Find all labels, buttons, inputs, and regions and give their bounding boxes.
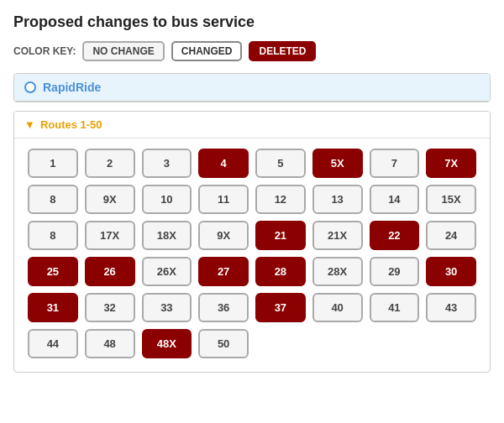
route-btn-1[interactable]: 1	[28, 149, 78, 178]
route-btn-8[interactable]: 8	[28, 221, 78, 250]
route-btn-48x[interactable]: 48X	[142, 329, 192, 358]
route-btn-29[interactable]: 29	[370, 257, 420, 286]
key-changed[interactable]: CHANGED	[171, 41, 243, 61]
route-btn-26x[interactable]: 26X	[142, 257, 192, 286]
route-btn-37[interactable]: 37	[255, 293, 306, 322]
route-btn-30[interactable]: 30	[426, 257, 476, 286]
route-btn-48[interactable]: 48	[85, 329, 135, 358]
route-btn-10[interactable]: 10	[142, 185, 192, 214]
route-btn-13[interactable]: 13	[312, 185, 363, 214]
route-btn-43[interactable]: 43	[426, 293, 476, 322]
route-btn-36[interactable]: 36	[198, 293, 249, 322]
route-btn-7x[interactable]: 7X	[426, 149, 476, 178]
route-btn-44[interactable]: 44	[28, 329, 78, 358]
route-btn-21x[interactable]: 21X	[312, 221, 363, 250]
route-btn-2[interactable]: 2	[85, 149, 135, 178]
route-btn-15x[interactable]: 15X	[426, 185, 476, 214]
route-btn-50[interactable]: 50	[198, 329, 249, 358]
route-btn-17x[interactable]: 17X	[85, 221, 135, 250]
color-key: COLOR KEY: NO CHANGE CHANGED DELETED	[13, 41, 491, 61]
rapidride-header[interactable]: RapidRide	[14, 74, 490, 102]
route-btn-28[interactable]: 28	[255, 257, 306, 286]
routes-label: Routes 1-50	[40, 118, 102, 131]
route-btn-32[interactable]: 32	[85, 293, 135, 322]
chevron-icon: ▼	[24, 118, 35, 131]
route-btn-33[interactable]: 33	[142, 293, 192, 322]
route-btn-18x[interactable]: 18X	[142, 221, 192, 250]
route-btn-5[interactable]: 5	[255, 149, 306, 178]
route-btn-9x[interactable]: 9X	[85, 185, 135, 214]
route-btn-41[interactable]: 41	[370, 293, 420, 322]
route-btn-22[interactable]: 22	[370, 221, 420, 250]
route-btn-40[interactable]: 40	[312, 293, 363, 322]
route-btn-7[interactable]: 7	[370, 149, 420, 178]
route-btn-5x[interactable]: 5X	[312, 149, 363, 178]
route-btn-9x[interactable]: 9X	[198, 221, 249, 250]
route-btn-26[interactable]: 26	[85, 257, 135, 286]
key-deleted[interactable]: DELETED	[249, 41, 316, 61]
route-btn-28x[interactable]: 28X	[312, 257, 363, 286]
rapidride-label: RapidRide	[43, 81, 101, 94]
routes-grid: 123455X77X89X101112131415X817X18X9X2121X…	[14, 138, 490, 372]
route-btn-12[interactable]: 12	[255, 185, 306, 214]
route-btn-25[interactable]: 25	[28, 257, 78, 286]
rapidride-icon	[24, 81, 36, 93]
route-btn-8[interactable]: 8	[28, 185, 78, 214]
route-btn-24[interactable]: 24	[426, 221, 476, 250]
page-title: Proposed changes to bus service	[13, 13, 491, 31]
route-btn-21[interactable]: 21	[255, 221, 306, 250]
color-key-label: COLOR KEY:	[13, 45, 76, 57]
route-btn-11[interactable]: 11	[198, 185, 249, 214]
route-btn-27[interactable]: 27	[198, 257, 249, 286]
route-btn-31[interactable]: 31	[28, 293, 78, 322]
routes-subsection-header[interactable]: ▼ Routes 1-50	[14, 112, 490, 138]
route-btn-14[interactable]: 14	[370, 185, 420, 214]
routes-section: ▼ Routes 1-50 123455X77X89X101112131415X…	[13, 111, 491, 373]
rapidride-section: RapidRide	[13, 73, 491, 102]
route-btn-4[interactable]: 4	[198, 149, 249, 178]
key-no-change[interactable]: NO CHANGE	[82, 41, 164, 61]
route-btn-3[interactable]: 3	[142, 149, 192, 178]
